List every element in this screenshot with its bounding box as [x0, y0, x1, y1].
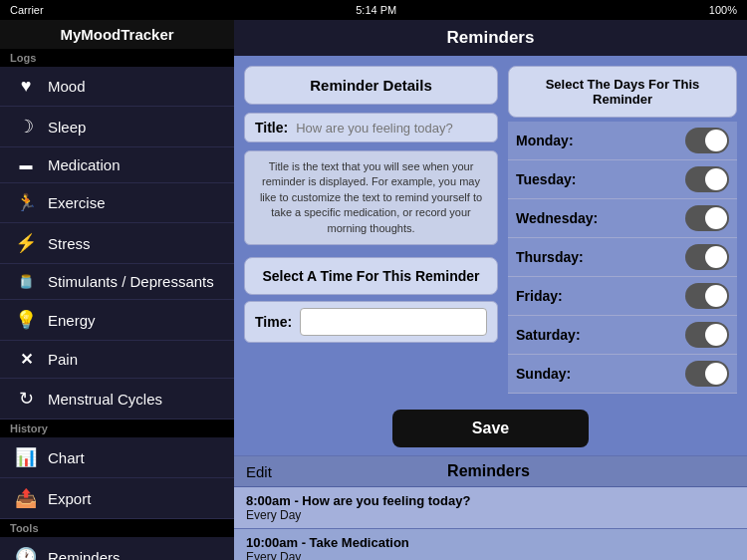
exercise-icon: 🏃: [12, 192, 40, 213]
toggle-sunday[interactable]: [685, 361, 729, 387]
sidebar-label-reminders: Reminders: [48, 549, 121, 561]
sidebar-label-stimulants: Stimulants / Depressants: [48, 273, 214, 290]
lightning-icon: ⚡: [12, 232, 40, 254]
sidebar-label-mood: Mood: [48, 78, 86, 95]
day-label-sunday: Sunday:: [516, 366, 571, 382]
days-header: Select The Days For This Reminder: [508, 66, 737, 118]
sidebar-item-sleep[interactable]: ☽ Sleep: [0, 107, 234, 147]
bottom-header: Edit Reminders: [234, 456, 747, 487]
heart-icon: ♥: [12, 76, 40, 97]
content-body: Reminder Details Title: Title is the tex…: [234, 56, 747, 560]
right-panel: Select The Days For This Reminder Monday…: [508, 66, 737, 394]
reminder-details-header: Reminder Details: [244, 66, 498, 105]
toggle-tuesday[interactable]: [685, 166, 729, 192]
sidebar-item-export[interactable]: 📤 Export: [0, 478, 234, 519]
time-section: Select A Time For This Reminder Time:: [244, 257, 498, 343]
day-label-saturday: Saturday:: [516, 327, 581, 343]
moon-icon: ☽: [12, 116, 40, 138]
sidebar-item-mood[interactable]: ♥ Mood: [0, 67, 234, 107]
day-label-tuesday: Tuesday:: [516, 171, 576, 187]
sidebar-label-sleep: Sleep: [48, 119, 86, 136]
sidebar-label-medication: Medication: [48, 156, 121, 173]
section-tools: Tools: [0, 519, 234, 537]
toggle-friday[interactable]: [685, 283, 729, 309]
day-row-monday: Monday:: [508, 122, 737, 160]
pain-icon: ✕: [12, 350, 40, 369]
carrier-label: Carrier: [10, 4, 44, 16]
menstrual-icon: ↻: [12, 388, 40, 410]
day-row-saturday: Saturday:: [508, 316, 737, 355]
app-title: MyMoodTracker: [0, 20, 234, 49]
title-label: Title:: [255, 120, 288, 136]
page-title: Reminders: [234, 20, 747, 56]
day-row-thursday: Thursday:: [508, 238, 737, 277]
day-row-wednesday: Wednesday:: [508, 199, 737, 238]
sidebar-label-exercise: Exercise: [48, 194, 106, 211]
reminder-title-1: 8:00am - How are you feeling today?: [246, 493, 735, 508]
sidebar-item-stress[interactable]: ⚡ Stress: [0, 223, 234, 264]
status-bar: Carrier 5:14 PM 100%: [0, 0, 747, 20]
reminder-subtitle-2: Every Day: [246, 550, 735, 560]
top-section: Reminder Details Title: Title is the tex…: [234, 56, 747, 404]
sidebar-item-menstrual[interactable]: ↻ Menstrual Cycles: [0, 379, 234, 420]
bottom-section: Edit Reminders 8:00am - How are you feel…: [234, 455, 747, 560]
sidebar: MyMoodTracker Logs ♥ Mood ☽ Sleep ▬ Medi…: [0, 20, 234, 560]
day-row-friday: Friday:: [508, 277, 737, 316]
day-row-tuesday: Tuesday:: [508, 160, 737, 199]
export-icon: 📤: [12, 487, 40, 509]
reminder-subtitle-1: Every Day: [246, 508, 735, 522]
stimulants-icon: 🫙: [12, 274, 40, 289]
toggle-wednesday[interactable]: [685, 205, 729, 231]
sidebar-label-pain: Pain: [48, 351, 78, 368]
save-button[interactable]: Save: [392, 410, 589, 447]
sidebar-label-chart: Chart: [48, 449, 85, 466]
main-layout: MyMoodTracker Logs ♥ Mood ☽ Sleep ▬ Medi…: [0, 20, 747, 560]
section-logs: Logs: [0, 49, 234, 67]
day-label-wednesday: Wednesday:: [516, 210, 598, 226]
time-label: 5:14 PM: [356, 4, 396, 16]
sidebar-item-medication[interactable]: ▬ Medication: [0, 147, 234, 183]
reminder-list: 8:00am - How are you feeling today? Ever…: [234, 487, 747, 560]
description-text: Title is the text that you will see when…: [244, 150, 498, 245]
bottom-title: Reminders: [272, 462, 705, 480]
toggle-saturday[interactable]: [685, 322, 729, 348]
toggle-monday[interactable]: [685, 128, 729, 153]
energy-icon: 💡: [12, 309, 40, 331]
time-row: Time:: [244, 301, 498, 343]
day-label-friday: Friday:: [516, 288, 563, 304]
section-history: History: [0, 420, 234, 437]
clock-icon: 🕐: [12, 546, 40, 560]
sidebar-item-exercise[interactable]: 🏃 Exercise: [0, 183, 234, 223]
toggle-thursday[interactable]: [685, 244, 729, 270]
content-area: Reminders Reminder Details Title: Title …: [234, 20, 747, 560]
sidebar-item-reminders[interactable]: 🕐 Reminders: [0, 537, 234, 560]
sidebar-label-export: Export: [48, 490, 91, 507]
sidebar-label-stress: Stress: [48, 235, 91, 252]
title-input[interactable]: [296, 121, 487, 136]
day-label-thursday: Thursday:: [516, 249, 584, 265]
sidebar-label-menstrual: Menstrual Cycles: [48, 391, 162, 408]
sidebar-item-pain[interactable]: ✕ Pain: [0, 341, 234, 379]
title-row: Title:: [244, 113, 498, 142]
time-input[interactable]: [300, 308, 487, 336]
time-label: Time:: [255, 314, 292, 330]
sidebar-item-chart[interactable]: 📊 Chart: [0, 437, 234, 478]
chart-icon: 📊: [12, 446, 40, 468]
sidebar-label-energy: Energy: [48, 312, 96, 329]
select-time-header: Select A Time For This Reminder: [244, 257, 498, 295]
save-row: Save: [234, 404, 747, 455]
sidebar-item-energy[interactable]: 💡 Energy: [0, 300, 234, 341]
left-panel: Reminder Details Title: Title is the tex…: [244, 66, 498, 394]
edit-button[interactable]: Edit: [246, 463, 272, 480]
battery-label: 100%: [709, 4, 737, 16]
medication-icon: ▬: [12, 157, 40, 172]
reminder-title-2: 10:00am - Take Medication: [246, 535, 735, 550]
list-item[interactable]: 10:00am - Take Medication Every Day: [234, 529, 747, 560]
day-label-monday: Monday:: [516, 133, 574, 148]
day-row-sunday: Sunday:: [508, 355, 737, 394]
sidebar-item-stimulants[interactable]: 🫙 Stimulants / Depressants: [0, 264, 234, 300]
list-item[interactable]: 8:00am - How are you feeling today? Ever…: [234, 487, 747, 529]
